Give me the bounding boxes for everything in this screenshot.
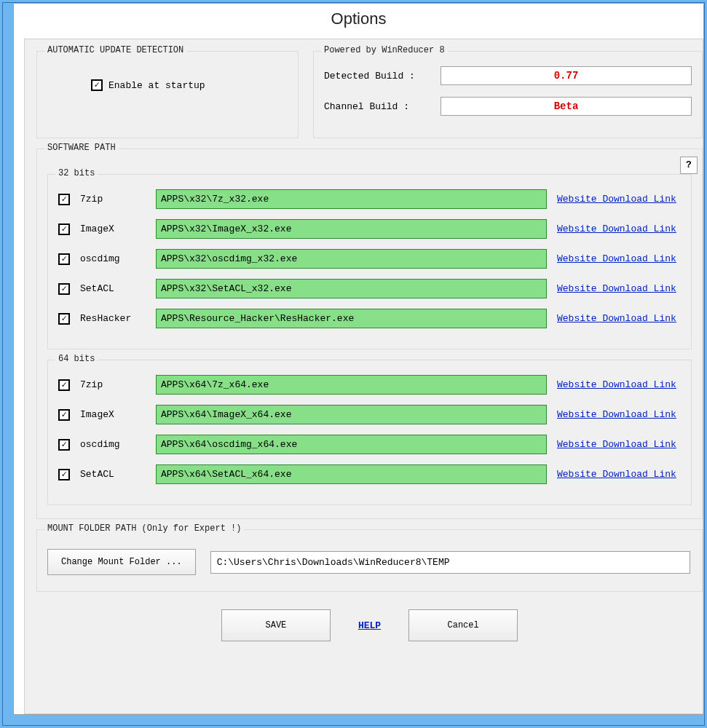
- download-link[interactable]: Website Download Link: [557, 469, 681, 480]
- download-link[interactable]: Website Download Link: [557, 439, 681, 450]
- change-mount-folder-button[interactable]: Change Mount Folder ...: [47, 549, 196, 575]
- bits64-checkbox[interactable]: ✓: [58, 469, 70, 480]
- enable-startup-checkbox[interactable]: ✓: [91, 79, 103, 91]
- bits32-row: ✓ResHackerAPPS\Resource_Hacker\ResHacker…: [58, 309, 681, 328]
- bits32-legend: 32 bits: [55, 168, 98, 178]
- channel-build-value: Beta: [441, 97, 692, 116]
- download-link[interactable]: Website Download Link: [557, 283, 681, 294]
- bits32-checkbox[interactable]: ✓: [58, 313, 70, 325]
- bits64-path-input[interactable]: APPS\x64\ImageX_x64.exe: [156, 405, 547, 424]
- download-link[interactable]: Website Download Link: [557, 194, 681, 205]
- auto-update-group: AUTOMATIC UPDATE DETECTION ✓ Enable at s…: [36, 51, 299, 138]
- save-button[interactable]: SAVE: [221, 609, 331, 641]
- mount-folder-legend: MOUNT FOLDER PATH (Only for Expert !): [44, 523, 244, 534]
- software-path-group: SOFTWARE PATH ? 32 bits ✓7zipAPPS\x32\7z…: [36, 149, 703, 519]
- bits32-label: SetACL: [80, 283, 146, 294]
- bits32-label: oscdimg: [80, 253, 146, 264]
- bits32-path-input[interactable]: APPS\x32\SetACL_x32.exe: [156, 279, 547, 298]
- help-button[interactable]: ?: [680, 157, 698, 174]
- enable-startup-label: Enable at startup: [108, 80, 205, 91]
- download-link[interactable]: Website Download Link: [557, 253, 681, 264]
- bits32-label: 7zip: [80, 194, 146, 205]
- auto-update-legend: AUTOMATIC UPDATE DETECTION: [44, 45, 186, 55]
- bits32-label: ResHacker: [80, 313, 146, 324]
- detected-build-value: 0.77: [441, 66, 692, 85]
- bits32-checkbox[interactable]: ✓: [58, 223, 70, 235]
- software-path-legend: SOFTWARE PATH: [44, 143, 119, 153]
- bits32-label: ImageX: [80, 223, 146, 234]
- bits64-label: ImageX: [80, 409, 146, 420]
- channel-build-label: Channel Build :: [324, 101, 441, 112]
- bits64-path-input[interactable]: APPS\x64\7z_x64.exe: [156, 375, 547, 395]
- options-panel: AUTOMATIC UPDATE DETECTION ✓ Enable at s…: [24, 39, 703, 714]
- bits64-row: ✓oscdimgAPPS\x64\oscdimg_x64.exeWebsite …: [58, 435, 681, 454]
- help-link[interactable]: HELP: [352, 620, 387, 631]
- bits32-path-input[interactable]: APPS\x32\oscdimg_x32.exe: [156, 249, 547, 269]
- mount-folder-group: MOUNT FOLDER PATH (Only for Expert !) Ch…: [36, 529, 703, 592]
- download-link[interactable]: Website Download Link: [557, 379, 681, 390]
- bits64-row: ✓ImageXAPPS\x64\ImageX_x64.exeWebsite Do…: [58, 405, 681, 424]
- client-area: Options AUTOMATIC UPDATE DETECTION ✓ Ena…: [13, 3, 704, 715]
- mount-folder-path[interactable]: C:\Users\Chris\Downloads\WinReducer8\TEM…: [210, 551, 690, 574]
- bits64-checkbox[interactable]: ✓: [58, 439, 70, 451]
- bits64-legend: 64 bits: [55, 354, 98, 364]
- page-title: Options: [14, 4, 703, 33]
- bits64-label: SetACL: [80, 469, 146, 480]
- download-link[interactable]: Website Download Link: [557, 313, 681, 324]
- dialog-buttons: SAVE HELP Cancel: [36, 609, 703, 641]
- window-frame: Options AUTOMATIC UPDATE DETECTION ✓ Ena…: [2, 2, 705, 726]
- bits64-row: ✓7zipAPPS\x64\7z_x64.exeWebsite Download…: [58, 375, 681, 395]
- bits64-path-input[interactable]: APPS\x64\SetACL_x64.exe: [156, 464, 547, 484]
- bits32-checkbox[interactable]: ✓: [58, 283, 70, 295]
- bits64-group: 64 bits ✓7zipAPPS\x64\7z_x64.exeWebsite …: [47, 360, 692, 505]
- bits32-checkbox[interactable]: ✓: [58, 194, 70, 205]
- bits64-label: oscdimg: [80, 439, 146, 450]
- bits64-checkbox[interactable]: ✓: [58, 379, 70, 391]
- powered-group: Powered by WinReducer 8 Detected Build :…: [313, 51, 703, 138]
- bits64-checkbox[interactable]: ✓: [58, 409, 70, 421]
- bits32-path-input[interactable]: APPS\x32\ImageX_x32.exe: [156, 219, 547, 239]
- bits64-label: 7zip: [80, 379, 146, 390]
- bits64-path-input[interactable]: APPS\x64\oscdimg_x64.exe: [156, 435, 547, 454]
- bits32-checkbox[interactable]: ✓: [58, 253, 70, 265]
- bits32-row: ✓7zipAPPS\x32\7z_x32.exeWebsite Download…: [58, 189, 681, 209]
- download-link[interactable]: Website Download Link: [557, 223, 681, 234]
- bits64-row: ✓SetACLAPPS\x64\SetACL_x64.exeWebsite Do…: [58, 464, 681, 484]
- bits32-row: ✓SetACLAPPS\x32\SetACL_x32.exeWebsite Do…: [58, 279, 681, 298]
- powered-legend: Powered by WinReducer 8: [321, 45, 448, 55]
- cancel-button[interactable]: Cancel: [408, 609, 518, 641]
- detected-build-label: Detected Build :: [324, 71, 441, 82]
- bits32-path-input[interactable]: APPS\Resource_Hacker\ResHacker.exe: [156, 309, 547, 328]
- download-link[interactable]: Website Download Link: [557, 409, 681, 420]
- bits32-path-input[interactable]: APPS\x32\7z_x32.exe: [156, 189, 547, 209]
- bits32-group: 32 bits ✓7zipAPPS\x32\7z_x32.exeWebsite …: [47, 174, 692, 349]
- bits32-row: ✓ImageXAPPS\x32\ImageX_x32.exeWebsite Do…: [58, 219, 681, 239]
- bits32-row: ✓oscdimgAPPS\x32\oscdimg_x32.exeWebsite …: [58, 249, 681, 269]
